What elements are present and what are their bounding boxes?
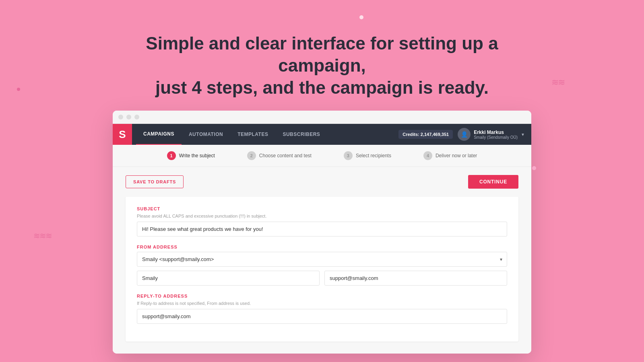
step-4-label: Deliver now or later xyxy=(436,153,477,158)
step-1-num: 1 xyxy=(167,151,176,160)
step-3-label: Select recipients xyxy=(356,153,391,158)
from-address-row xyxy=(137,271,507,286)
subject-input[interactable] xyxy=(137,222,507,237)
step-2-num: 2 xyxy=(247,151,256,160)
hero-section: Simple and clear interface for setting u… xyxy=(0,0,644,111)
form-card: SUBJECT Please avoid ALL CAPS and excess… xyxy=(126,197,518,341)
save-drafts-button[interactable]: SAVE TO DRAFTS xyxy=(126,175,184,188)
nav-campaigns[interactable]: CAMPAIGNS xyxy=(136,124,182,145)
window-btn-1 xyxy=(118,115,123,119)
action-bar: SAVE TO DRAFTS CONTINUE xyxy=(126,175,518,189)
navbar-logo: S xyxy=(113,124,132,145)
reply-to-input[interactable] xyxy=(137,309,507,324)
window-chrome xyxy=(113,111,531,124)
bg-dot-1 xyxy=(359,15,363,19)
steps-bar: 1 Write the subject 2 Choose content and… xyxy=(113,145,531,167)
window-btn-2 xyxy=(126,115,131,119)
user-avatar: 👤 xyxy=(458,128,471,141)
step-2: 2 Choose content and test xyxy=(247,151,312,160)
step-2-label: Choose content and test xyxy=(259,153,312,158)
step-3-num: 3 xyxy=(344,151,353,160)
nav-templates[interactable]: TEMPLATES xyxy=(230,124,275,145)
step-4-num: 4 xyxy=(423,151,432,160)
reply-to-group: REPLY-TO ADDRESS If Reply-to address is … xyxy=(137,294,507,324)
credits-badge: Credits: 2,147,469,351 xyxy=(398,130,453,139)
user-dropdown-chevron: ▼ xyxy=(521,132,525,137)
navbar-nav: CAMPAIGNS AUTOMATION TEMPLATES SUBSCRIBE… xyxy=(132,124,398,145)
bg-dot-2 xyxy=(17,88,20,91)
app-window: S CAMPAIGNS AUTOMATION TEMPLATES SUBSCRI… xyxy=(113,111,531,354)
reply-to-title: REPLY-TO ADDRESS xyxy=(137,294,507,298)
user-name: Erkki Markus xyxy=(474,130,518,135)
subject-group: SUBJECT Please avoid ALL CAPS and excess… xyxy=(137,206,507,237)
navbar-right: Credits: 2,147,469,351 👤 Erkki Markus Sm… xyxy=(398,128,531,141)
step-1-label: Write the subject xyxy=(179,153,215,158)
content-area: SAVE TO DRAFTS CONTINUE SUBJECT Please a… xyxy=(113,167,531,354)
from-address-title: FROM ADDRESS xyxy=(137,245,507,249)
squiggle-top-right: ≋≋ xyxy=(551,77,564,88)
user-name-block: Erkki Markus Smaily (Sendsmaily OÜ) xyxy=(474,130,518,140)
subject-hint: Please avoid ALL CAPS and excessive punc… xyxy=(137,214,507,218)
from-name-input[interactable] xyxy=(137,271,320,286)
nav-automation[interactable]: AUTOMATION xyxy=(182,124,230,145)
from-email-input[interactable] xyxy=(324,271,507,286)
bg-dot-3 xyxy=(532,166,536,170)
step-1: 1 Write the subject xyxy=(167,151,215,160)
user-org: Smaily (Sendsmaily OÜ) xyxy=(474,135,518,140)
navbar: S CAMPAIGNS AUTOMATION TEMPLATES SUBSCRI… xyxy=(113,124,531,145)
from-address-group: FROM ADDRESS Smaily <support@smaily.com>… xyxy=(137,245,507,286)
continue-button[interactable]: CONTINUE xyxy=(468,175,518,189)
step-4: 4 Deliver now or later xyxy=(423,151,477,160)
squiggle-bottom-left: ≋≋≋ xyxy=(33,231,52,241)
reply-to-hint: If Reply-to address is not specified, Fr… xyxy=(137,301,507,306)
subject-title: SUBJECT xyxy=(137,206,507,211)
from-address-select[interactable]: Smaily <support@smaily.com> xyxy=(137,252,507,267)
step-3: 3 Select recipients xyxy=(344,151,391,160)
from-address-select-wrapper: Smaily <support@smaily.com> ▾ xyxy=(137,252,507,267)
user-info[interactable]: 👤 Erkki Markus Smaily (Sendsmaily OÜ) ▼ xyxy=(458,128,525,141)
hero-title: Simple and clear interface for setting u… xyxy=(141,32,503,99)
window-btn-3 xyxy=(134,115,139,119)
nav-subscribers[interactable]: SUBSCRIBERS xyxy=(275,124,327,145)
